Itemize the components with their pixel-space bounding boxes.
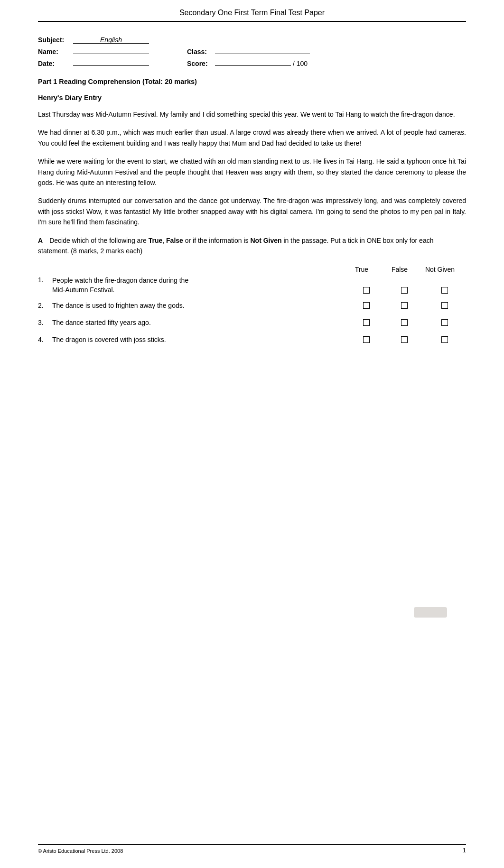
checkbox-icon[interactable]	[401, 302, 408, 309]
name-class-row: Name: Class:	[38, 46, 466, 55]
q3-num: 3.	[38, 319, 52, 326]
redaction-patch	[414, 607, 447, 618]
col-notgiven-header: Not Given	[419, 266, 461, 273]
checkbox-icon[interactable]	[363, 287, 370, 294]
q3-true-checkbox[interactable]	[347, 319, 385, 326]
paragraph-4: Suddenly drums interrupted our conversat…	[38, 195, 466, 227]
col-true-header: True	[343, 266, 381, 273]
score-group: Score: / 100	[187, 58, 308, 67]
checkbox-icon[interactable]	[441, 287, 448, 294]
score-total: / 100	[293, 60, 308, 67]
q3-text: The dance started fifty years ago.	[52, 318, 347, 328]
section-a-letter: A	[38, 237, 43, 244]
table-header: True False Not Given	[38, 266, 466, 273]
checkbox-icon[interactable]	[441, 302, 448, 309]
checkbox-icon[interactable]	[363, 302, 370, 309]
passage-title: Henry's Diary Entry	[38, 94, 466, 102]
q4-checkboxes	[347, 336, 466, 343]
subject-label: Subject:	[38, 36, 71, 44]
part1-heading: Part 1 Reading Comprehension (Total: 20 …	[38, 78, 466, 85]
q1-true-checkbox[interactable]	[347, 287, 385, 294]
copyright-text: © Aristo Educational Press Ltd. 2008	[38, 848, 123, 854]
section-a-instructions: ADecide which of the following are True,…	[38, 235, 466, 257]
q2-num: 2.	[38, 302, 52, 309]
q2-false-checkbox[interactable]	[385, 302, 423, 309]
page-number: 1	[463, 847, 466, 854]
score-label: Score:	[187, 60, 213, 67]
q1-false-checkbox[interactable]	[385, 287, 423, 294]
checkbox-icon[interactable]	[441, 319, 448, 326]
q4-text: The dragon is covered with joss sticks.	[52, 335, 347, 345]
q2-text: The dance is used to frighten away the g…	[52, 301, 347, 311]
date-score-row: Date: Score: / 100	[38, 58, 466, 67]
q2-true-checkbox[interactable]	[347, 302, 385, 309]
table-row: 2. The dance is used to frighten away th…	[38, 299, 466, 312]
q3-notgiven-checkbox[interactable]	[423, 319, 466, 326]
date-line[interactable]	[73, 58, 149, 66]
q2-checkboxes	[347, 302, 466, 309]
q1-checkboxes	[347, 287, 466, 294]
checkbox-icon[interactable]	[363, 336, 370, 343]
checkbox-icon[interactable]	[401, 287, 408, 294]
date-label: Date:	[38, 60, 71, 67]
score-line[interactable]	[215, 58, 291, 66]
q1-num: 1.	[38, 276, 52, 284]
page: Secondary One First Term Final Test Pape…	[0, 0, 504, 868]
class-label: Class:	[187, 48, 213, 55]
q1-text-line2: Mid-Autumn Festival.	[52, 286, 114, 295]
paragraph-2: We had dinner at 6.30 p.m., which was mu…	[38, 127, 466, 148]
class-group: Class:	[187, 46, 310, 55]
q1-notgiven-checkbox[interactable]	[423, 287, 466, 294]
q2-notgiven-checkbox[interactable]	[423, 302, 466, 309]
q4-num: 4.	[38, 336, 52, 343]
name-line[interactable]	[73, 46, 149, 54]
table-row: 3. The dance started fifty years ago.	[38, 316, 466, 329]
q1-text: People watch the fire-dragon dance durin…	[52, 276, 466, 295]
subject-row: Subject: English	[38, 36, 466, 44]
paragraph-1: Last Thursday was Mid-Autumn Festival. M…	[38, 109, 466, 120]
instructions-text: Decide which of the following are True, …	[38, 237, 433, 255]
q3-false-checkbox[interactable]	[385, 319, 423, 326]
name-label: Name:	[38, 48, 71, 55]
info-section: Subject: English Name: Class: Date: Scor…	[38, 36, 466, 67]
header: Secondary One First Term Final Test Pape…	[38, 0, 466, 22]
table-row: 1. People watch the fire-dragon dance du…	[38, 276, 466, 295]
footer: © Aristo Educational Press Ltd. 2008 1	[38, 844, 466, 854]
table-row: 4. The dragon is covered with joss stick…	[38, 333, 466, 346]
col-false-header: False	[381, 266, 419, 273]
q1-text-line1: People watch the fire-dragon dance durin…	[52, 277, 188, 284]
page-title: Secondary One First Term Final Test Pape…	[179, 9, 325, 17]
checkbox-icon[interactable]	[401, 319, 408, 326]
q4-false-checkbox[interactable]	[385, 336, 423, 343]
questions-table: True False Not Given 1. People watch the…	[38, 266, 466, 346]
class-line[interactable]	[215, 46, 310, 54]
q4-true-checkbox[interactable]	[347, 336, 385, 343]
paragraph-3: While we were waiting for the event to s…	[38, 156, 466, 188]
checkbox-icon[interactable]	[401, 336, 408, 343]
q3-checkboxes	[347, 319, 466, 326]
checkbox-icon[interactable]	[441, 336, 448, 343]
subject-value: English	[73, 36, 149, 44]
checkbox-icon[interactable]	[363, 319, 370, 326]
q4-notgiven-checkbox[interactable]	[423, 336, 466, 343]
